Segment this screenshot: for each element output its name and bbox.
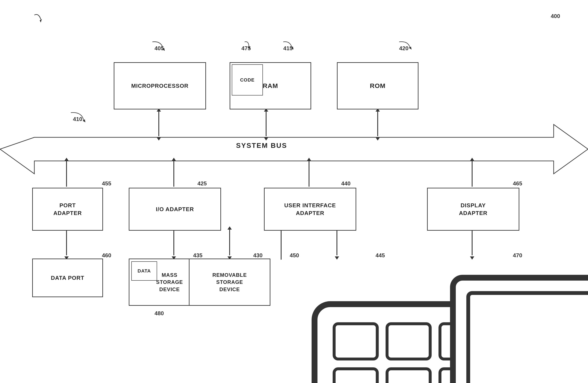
ref410-arrow [54, 109, 92, 131]
data-sublabel: DATA [138, 268, 151, 274]
ref-460: 460 [102, 252, 111, 259]
port-adapter-box: PORTADAPTER [32, 188, 103, 231]
display-adapter-box: DISPLAYADAPTER [427, 188, 519, 231]
io-adapter-label: I/O ADAPTER [156, 206, 194, 213]
keyboard-icon [305, 260, 395, 307]
ref-470: 470 [513, 252, 522, 259]
ref415-arrow [268, 40, 303, 57]
ram-label: RAM [263, 82, 278, 89]
microprocessor-label: MICROPROCESSOR [131, 83, 189, 89]
ui-adapter-box: USER INTERFACEADAPTER [264, 188, 356, 231]
svg-rect-87 [468, 293, 588, 383]
svg-rect-58 [334, 369, 377, 383]
svg-marker-94 [40, 19, 42, 22]
ui-adapter-label: USER INTERFACEADAPTER [284, 201, 336, 217]
svg-rect-59 [387, 369, 430, 383]
removable-storage-label: REMOVABLESTORAGEDEVICE [212, 271, 247, 293]
svg-marker-4 [0, 125, 588, 174]
microprocessor-box: MICROPROCESSOR [114, 62, 206, 109]
ref475-arrow [228, 40, 262, 57]
ref-435: 435 [193, 252, 202, 259]
rom-label: ROM [370, 82, 386, 89]
data-sublabel-box: DATA [131, 261, 157, 281]
ref420-arrow [384, 40, 419, 57]
ref405-arrow [140, 40, 174, 57]
diagram-container: 400 MICROPROCESSOR 405 RAM 415 CODE 475 … [0, 0, 588, 383]
code-box: CODE [232, 64, 263, 95]
port-adapter-label: PORTADAPTER [53, 201, 82, 217]
io-adapter-box: I/O ADAPTER [129, 188, 221, 231]
data-port-label: DATA PORT [51, 275, 84, 281]
svg-rect-49 [387, 324, 430, 359]
code-label: CODE [240, 77, 255, 83]
mouse-icon [266, 260, 296, 307]
svg-marker-97 [291, 46, 294, 50]
svg-rect-48 [334, 324, 377, 359]
svg-marker-38 [335, 256, 339, 260]
ref400-arrow [0, 11, 43, 37]
mass-storage-label: MASSSTORAGEDEVICE [156, 271, 183, 293]
ref-400: 400 [551, 13, 560, 20]
ref-440: 440 [341, 180, 350, 187]
display-device-box: DISPLAY DEVICE [427, 258, 519, 319]
system-bus-label: SYSTEM BUS [236, 142, 287, 149]
display-adapter-label: DISPLAYADAPTER [459, 201, 487, 217]
data-port-box: DATA PORT [32, 258, 103, 297]
ref-480: 480 [154, 310, 164, 317]
ref-455: 455 [102, 180, 111, 187]
rom-box: ROM [337, 62, 419, 109]
ref-425: 425 [197, 180, 207, 187]
svg-marker-96 [248, 46, 251, 50]
svg-marker-99 [83, 119, 85, 122]
svg-marker-95 [162, 48, 165, 51]
ref-465: 465 [513, 180, 522, 187]
ref-450: 450 [290, 252, 299, 259]
ref-430: 430 [253, 252, 262, 259]
ref-445: 445 [376, 252, 385, 259]
removable-storage-box: REMOVABLESTORAGEDEVICE [189, 258, 270, 306]
svg-marker-33 [228, 226, 232, 230]
svg-marker-98 [409, 46, 412, 50]
